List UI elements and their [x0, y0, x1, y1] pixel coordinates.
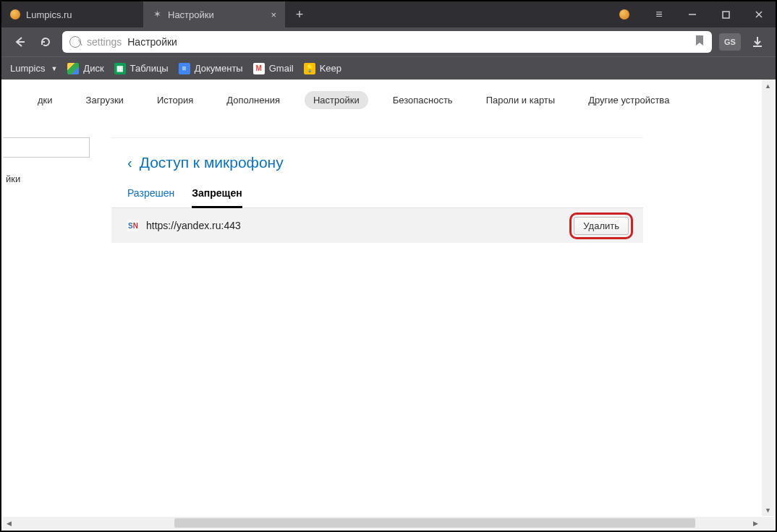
- sidebar-item-cropped[interactable]: йки: [3, 173, 97, 184]
- main-panel: ‹ Доступ к микрофону Разрешен Запрещен S…: [111, 137, 643, 243]
- chevron-down-icon: ▼: [51, 65, 57, 72]
- settings-sidebar: йки: [3, 137, 97, 184]
- scroll-thumb[interactable]: [762, 80, 774, 516]
- profile-icon[interactable]: [619, 9, 629, 20]
- scroll-right-icon[interactable]: ▶: [750, 517, 762, 529]
- lumpics-favicon: [10, 9, 20, 20]
- tab-label: Настройки: [168, 9, 214, 20]
- extension-badge[interactable]: GS: [719, 33, 741, 51]
- page-content: дки Загрузки История Дополнения Настройк…: [3, 80, 774, 516]
- scroll-track[interactable]: [15, 517, 750, 529]
- horizontal-scrollbar[interactable]: ◀ ▶: [3, 517, 762, 529]
- settings-nav-item[interactable]: Пароли и карты: [477, 91, 564, 109]
- bookmark-label: Документы: [195, 63, 243, 74]
- site-info-icon[interactable]: [69, 36, 81, 48]
- titlebar: Lumpics.ru ✶ Настройки × + ≡: [1, 1, 776, 27]
- settings-nav-item[interactable]: Другие устройства: [579, 91, 678, 109]
- download-icon: [751, 35, 764, 48]
- new-tab-button[interactable]: +: [285, 1, 314, 27]
- close-icon[interactable]: ×: [271, 9, 276, 20]
- tab-label: Lumpics.ru: [26, 9, 72, 20]
- bookmark-label: Gmail: [269, 63, 294, 74]
- bookmark-label: Таблицы: [130, 63, 169, 74]
- site-url: https://yandex.ru:443: [146, 220, 241, 231]
- bookmark-docs[interactable]: ≡ Документы: [179, 63, 243, 74]
- bookmark-drive[interactable]: Диск: [67, 63, 103, 74]
- navbar: settings Настройки GS: [1, 27, 776, 56]
- settings-nav-item[interactable]: дки: [29, 91, 61, 109]
- scroll-corner: [762, 517, 774, 529]
- delete-highlight: Удалить: [569, 213, 633, 239]
- bookmark-sheets[interactable]: ▦ Таблицы: [114, 63, 169, 74]
- site-favicon: SN: [127, 220, 139, 231]
- tab-denied[interactable]: Запрещен: [192, 187, 242, 208]
- scroll-up-icon[interactable]: ▲: [762, 80, 774, 92]
- settings-nav-item[interactable]: Загрузки: [77, 91, 132, 109]
- keep-icon: 💡: [304, 63, 315, 74]
- settings-nav-item[interactable]: История: [148, 91, 202, 109]
- menu-button[interactable]: ≡: [642, 1, 676, 27]
- tab-settings[interactable]: ✶ Настройки ×: [143, 1, 285, 27]
- address-bar[interactable]: settings Настройки: [62, 31, 712, 53]
- settings-nav-item[interactable]: Безопасность: [384, 91, 462, 109]
- downloads-button[interactable]: [748, 33, 767, 51]
- gear-icon: ✶: [152, 9, 162, 20]
- maximize-button[interactable]: [709, 1, 742, 27]
- scroll-left-icon[interactable]: ◀: [3, 517, 15, 529]
- address-seg-title: Настройки: [127, 36, 177, 48]
- site-row: SN https://yandex.ru:443 Удалить: [111, 208, 643, 243]
- bookmark-label: Диск: [83, 63, 103, 74]
- scroll-down-icon[interactable]: ▼: [762, 504, 774, 516]
- drive-icon: [67, 63, 79, 74]
- window-close-button[interactable]: [742, 1, 776, 27]
- bookmark-label: Keep: [320, 63, 341, 74]
- back-button[interactable]: [10, 33, 29, 51]
- reload-button[interactable]: [36, 33, 55, 51]
- arrow-left-icon: [13, 35, 26, 48]
- bookmark-label: Lumpics: [10, 63, 45, 74]
- tab-lumpics[interactable]: Lumpics.ru: [1, 1, 143, 27]
- address-seg-settings: settings: [87, 36, 122, 48]
- settings-nav-item[interactable]: Дополнения: [218, 91, 289, 109]
- sheets-icon: ▦: [114, 63, 126, 74]
- reload-icon: [39, 35, 52, 48]
- bookmark-icon[interactable]: [695, 35, 705, 49]
- chevron-left-icon: ‹: [127, 155, 132, 171]
- svg-rect-1: [723, 12, 729, 18]
- settings-nav: дки Загрузки История Дополнения Настройк…: [3, 80, 774, 120]
- settings-search-input[interactable]: [3, 137, 90, 158]
- close-icon: [755, 10, 763, 19]
- permission-tabs: Разрешен Запрещен: [127, 187, 627, 208]
- vertical-scrollbar[interactable]: ▲ ▼: [762, 80, 774, 516]
- minimize-button[interactable]: [676, 1, 709, 27]
- bookmark-gmail[interactable]: M Gmail: [253, 63, 294, 74]
- scroll-thumb[interactable]: [174, 518, 695, 528]
- bookmark-folder-lumpics[interactable]: Lumpics ▼: [10, 63, 57, 74]
- bookmark-keep[interactable]: 💡 Keep: [304, 63, 341, 74]
- titlebar-right: ≡: [619, 1, 776, 27]
- docs-icon: ≡: [179, 63, 190, 74]
- gmail-icon: M: [253, 63, 265, 74]
- tab-allowed[interactable]: Разрешен: [127, 187, 174, 208]
- delete-button[interactable]: Удалить: [574, 217, 629, 235]
- page-title-row[interactable]: ‹ Доступ к микрофону: [127, 154, 627, 171]
- settings-nav-item-active[interactable]: Настройки: [305, 91, 368, 109]
- minimize-icon: [688, 10, 697, 19]
- page-title: Доступ к микрофону: [140, 154, 284, 171]
- maximize-icon: [722, 11, 730, 19]
- bookmarks-bar: Lumpics ▼ Диск ▦ Таблицы ≡ Документы M G…: [1, 56, 776, 80]
